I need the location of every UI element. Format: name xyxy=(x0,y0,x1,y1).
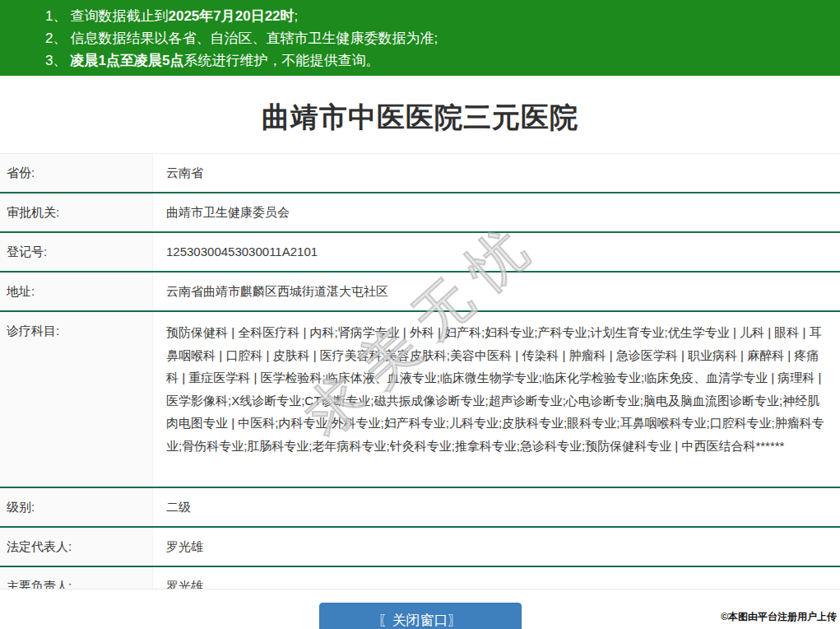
notice-item-1-text: 查询数据截止到2025年7月20日22时; xyxy=(70,8,298,24)
notice-item-3-number: 3、 xyxy=(45,53,67,68)
table-row-registration-number: 登记号: 12530300453030011A2101 xyxy=(0,233,840,273)
notice-item-2-pre: 信息数据结果以各省、自治区、直辖市卫生健康委数据为准; xyxy=(70,30,438,46)
row-label-departments: 诊疗科目: xyxy=(0,312,153,487)
query-result-page: 1、查询数据截止到2025年7月20日22时; 2、信息数据结果以各省、自治区、… xyxy=(0,0,840,629)
table-row-main-person-in-charge: 主要负责人: 罗光雄 xyxy=(0,567,840,589)
row-value-address: 云南省曲靖市麒麟区西城街道湛大屯社区 xyxy=(153,273,840,310)
table-row-level: 级别: 二级 xyxy=(0,488,840,528)
notice-item-1-number: 1、 xyxy=(45,8,67,24)
notice-item-3-text: 凌晨1点至凌晨5点系统进行维护，不能提供查询。 xyxy=(70,53,379,68)
row-value-level: 二级 xyxy=(153,488,840,526)
notice-item-2-number: 2、 xyxy=(45,30,67,46)
table-row-approval-authority: 审批机关: 曲靖市卫生健康委员会 xyxy=(0,193,840,233)
table-row-province: 省份: 云南省 xyxy=(0,154,840,193)
upload-credit-text: ©本图由平台注册用户上传 xyxy=(721,610,837,624)
row-value-registration-number: 12530300453030011A2101 xyxy=(153,233,840,271)
row-label-legal-representative: 法定代表人: xyxy=(0,528,153,566)
table-row-departments: 诊疗科目: 预防保健科 | 全科医疗科 | 内科;肾病学专业 | 外科 | 妇产… xyxy=(0,312,840,488)
row-label-main-person-in-charge: 主要负责人: xyxy=(0,567,153,589)
notice-item-3-bold: 凌晨1点至凌晨5点 xyxy=(70,53,183,68)
notice-item-3: 3、凌晨1点至凌晨5点系统进行维护，不能提供查询。 xyxy=(0,49,840,72)
page-title: 曲靖市中医医院三元医院 xyxy=(0,99,840,136)
row-value-province: 云南省 xyxy=(153,154,840,192)
hospital-info-table: 省份: 云南省 审批机关: 曲靖市卫生健康委员会 登记号: 1253030045… xyxy=(0,153,840,589)
notice-item-1-pre: 查询数据截止到 xyxy=(70,8,168,24)
row-label-approval-authority: 审批机关: xyxy=(0,193,153,231)
notice-item-2-text: 信息数据结果以各省、自治区、直辖市卫生健康委数据为准; xyxy=(70,30,438,46)
row-value-approval-authority: 曲靖市卫生健康委员会 xyxy=(153,193,840,231)
row-value-departments: 预防保健科 | 全科医疗科 | 内科;肾病学专业 | 外科 | 妇产科;妇科专业… xyxy=(153,312,840,487)
button-area: 〖关闭窗口〗 xyxy=(0,603,840,629)
notice-item-1: 1、查询数据截止到2025年7月20日22时; xyxy=(0,5,840,27)
table-row-legal-representative: 法定代表人: 罗光雄 xyxy=(0,528,840,567)
row-value-main-person-in-charge: 罗光雄 xyxy=(153,567,840,589)
notice-item-3-post: 系统进行维护，不能提供查询。 xyxy=(183,53,379,68)
close-window-button[interactable]: 〖关闭窗口〗 xyxy=(319,603,522,629)
row-label-registration-number: 登记号: xyxy=(0,233,153,271)
notice-item-1-bold: 2025年7月20日22时 xyxy=(168,8,294,24)
row-label-address: 地址: xyxy=(0,273,153,310)
row-label-province: 省份: xyxy=(0,154,153,192)
notice-item-1-post: ; xyxy=(295,8,299,24)
row-label-level: 级别: xyxy=(0,488,153,526)
row-value-legal-representative: 罗光雄 xyxy=(153,528,840,566)
notice-item-2: 2、信息数据结果以各省、自治区、直辖市卫生健康委数据为准; xyxy=(0,27,840,49)
notice-banner: 1、查询数据截止到2025年7月20日22时; 2、信息数据结果以各省、自治区、… xyxy=(0,0,840,76)
table-row-address: 地址: 云南省曲靖市麒麟区西城街道湛大屯社区 xyxy=(0,273,840,312)
